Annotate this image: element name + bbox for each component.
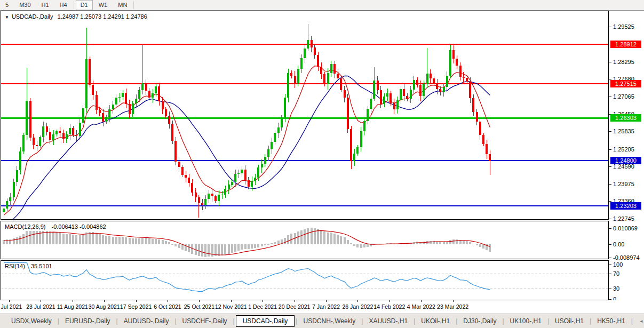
macd-axis-tick: [609, 244, 611, 245]
date-axis-label: 7 Jan 2022: [312, 303, 340, 310]
rsi-axis-tick: [609, 274, 611, 274]
tab-separator: |: [590, 317, 591, 325]
symbol-dropdown-icon[interactable]: ▼: [5, 15, 9, 20]
tab-usdx-weekly[interactable]: USDX,Weekly: [6, 316, 57, 326]
price-line-tag: 1.27515: [610, 80, 641, 87]
rsi-chart: [1, 261, 608, 300]
timeframe-button-5[interactable]: 5: [1, 0, 13, 10]
candlestick-chart: [1, 11, 608, 219]
tab-hk50-h1[interactable]: HK50-,H1: [592, 316, 630, 326]
timeframe-button-h1[interactable]: H1: [37, 0, 54, 10]
macd-panel: MACD(12,26,9) -0.006413 -0.004862: [1, 221, 609, 259]
date-axis-tick: [421, 300, 422, 302]
price-chart-panel: ▼USDCAD-,Daily1.24987 1.25073 1.24291 1.…: [1, 11, 609, 220]
chart-title: ▼USDCAD-,Daily1.24987 1.25073 1.24291 1.…: [5, 13, 147, 20]
tab-ukoil-h1[interactable]: UKOil-,H1: [416, 316, 455, 326]
date-axis-tick: [199, 300, 200, 302]
tab-usoil-h1[interactable]: USOil-,H1: [550, 316, 589, 326]
tab-separator: |: [174, 317, 176, 325]
date-axis-label: 14 Feb 2022: [373, 303, 405, 310]
rsi-value: 35.5101: [31, 263, 52, 269]
tab-separator: |: [233, 317, 235, 325]
price-axis-tick: [609, 184, 611, 185]
tab-usdchf-daily[interactable]: USDCHF-,Daily: [178, 316, 232, 326]
tab-eurusd-daily[interactable]: EURUSD-,Daily: [60, 316, 115, 326]
right-axis: 1.295251.282951.276801.270651.264501.258…: [609, 11, 644, 300]
date-axis: 5 Jul 202123 Jul 202111 Aug 202130 Aug 2…: [0, 300, 644, 314]
price-axis-tick: [609, 219, 611, 219]
price-axis-label: 1.29525: [613, 23, 634, 30]
price-axis-tick: [609, 97, 611, 97]
toolbar-separator: [133, 1, 134, 9]
price-axis-label: 1.23975: [613, 181, 634, 187]
date-axis-label: 26 Jan 2022: [342, 303, 373, 310]
macd-histogram: [3, 228, 491, 257]
macd-axis-tick: [609, 228, 611, 229]
macd-axis-label: 0.00: [613, 241, 624, 247]
tab-separator: |: [58, 317, 59, 325]
price-axis-tick: [609, 149, 611, 150]
price-line-tag: 1.28912: [610, 41, 641, 48]
date-axis-label: 23 Jul 2021: [26, 303, 55, 310]
date-axis-label: 30 Aug 2021: [89, 303, 120, 310]
timeframe-button-d1[interactable]: D1: [76, 0, 93, 10]
date-axis-label: 17 Sep 2021: [120, 303, 152, 310]
date-axis-label: 20 Dec 2021: [279, 303, 311, 310]
symbol-tab-bar: USDX,Weekly|EURUSD-,Daily|AUDUSD-,Daily|…: [0, 314, 644, 328]
candles: [3, 24, 491, 218]
rsi-axis-tick: [609, 289, 611, 289]
tab-separator: |: [456, 317, 457, 325]
tab-scroll-left-icon[interactable]: ◄: [639, 319, 643, 324]
rsi-axis-tick: [609, 265, 611, 265]
timeframe-button-m30[interactable]: M30: [14, 0, 35, 10]
rsi-axis-label: 100: [613, 261, 623, 268]
date-axis-tick: [357, 300, 358, 302]
rsi-axis-tick: [609, 299, 611, 300]
rsi-line: [4, 263, 490, 292]
price-axis-label: 1.25835: [613, 128, 634, 134]
tab-separator: |: [502, 317, 504, 325]
timeframe-toolbar: 5M30H1H4D1W1MN: [0, 0, 644, 11]
macd-label: MACD(12,26,9): [5, 223, 45, 230]
price-axis-label: 1.27065: [613, 93, 634, 100]
tab-usdcnh-weekly[interactable]: USDCNH-,Weekly: [298, 316, 360, 326]
tab-dj30-daily[interactable]: DJ30-,Daily: [458, 316, 501, 326]
price-axis-label: 1.28295: [613, 59, 634, 65]
timeframe-button-mn[interactable]: MN: [113, 0, 132, 10]
toolbar-separator: [74, 1, 74, 9]
date-axis-tick: [326, 300, 327, 302]
price-axis-tick: [609, 62, 611, 62]
price-axis-tick: [609, 131, 611, 132]
timeframe-button-w1[interactable]: W1: [94, 0, 113, 10]
date-axis-tick: [9, 300, 10, 302]
macd-axis-label: 0.010869: [613, 225, 638, 231]
rsi-axis-label: 70: [613, 270, 619, 277]
date-axis-tick: [389, 300, 390, 302]
date-axis-label: 25 Oct 2021: [184, 303, 214, 310]
date-axis-label: 12 Nov 2021: [215, 303, 247, 310]
rsi-title: RSI(14) 35.5101: [5, 263, 52, 269]
date-axis-label: 6 Oct 2021: [154, 303, 181, 310]
ma-fast-line: [4, 66, 490, 215]
macd-values: -0.006413 -0.004862: [51, 223, 106, 230]
tab-audusd-daily[interactable]: AUDUSD-,Daily: [119, 316, 174, 326]
date-axis-tick: [231, 300, 232, 302]
tab-xauusd-h1[interactable]: XAUUSD-,H1: [364, 316, 412, 326]
price-axis-label: 1.22745: [613, 215, 634, 222]
timeframe-button-h4[interactable]: H4: [55, 0, 72, 10]
tab-usdcad-daily[interactable]: USDCAD-,Daily: [236, 315, 295, 327]
date-axis-tick: [295, 300, 295, 302]
date-axis-label: 11 Aug 2021: [57, 303, 88, 310]
tab-uk100-h1[interactable]: UK100-,H1: [505, 316, 546, 326]
tab-separator: |: [296, 317, 297, 325]
tab-separator: |: [547, 317, 549, 325]
date-axis-tick: [41, 300, 41, 302]
macd-title: MACD(12,26,9) -0.006413 -0.004862: [5, 223, 106, 230]
price-axis-tick: [609, 166, 611, 167]
price-line-tag: 1.26303: [610, 114, 641, 122]
tab-separator: |: [116, 317, 118, 325]
date-axis-label: 23 Mar 2022: [437, 303, 468, 310]
macd-axis-label: -0.008974: [613, 254, 640, 261]
rsi-axis-label: 30: [613, 285, 619, 292]
rsi-label: RSI(14): [5, 263, 25, 269]
